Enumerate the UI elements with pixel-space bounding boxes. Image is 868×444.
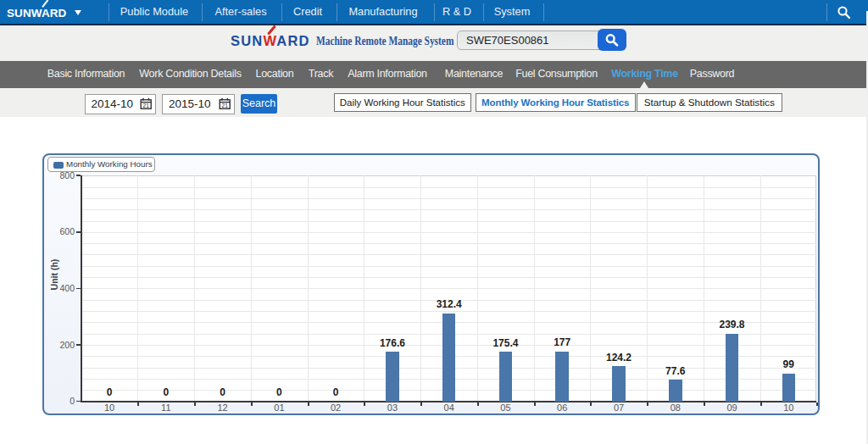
svg-text:21: 21	[222, 103, 229, 108]
svg-text:21: 21	[142, 103, 149, 108]
